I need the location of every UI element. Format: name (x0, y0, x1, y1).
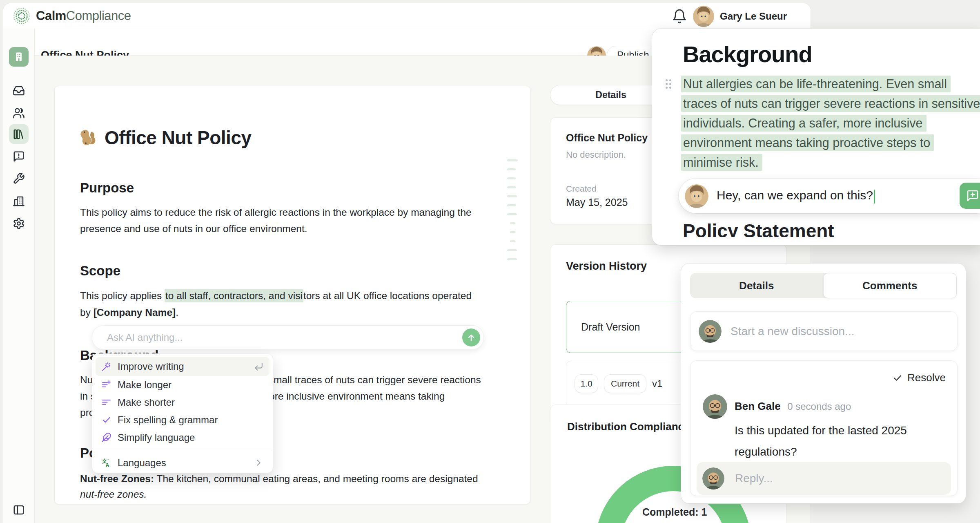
buildings-icon (13, 195, 25, 207)
new-discussion-placeholder: Start a new discussion... (731, 325, 854, 338)
scope-text: tors at all UK office locations operated (303, 290, 472, 301)
peanut-emoji (78, 128, 98, 148)
comment-author: Ben Gale (735, 400, 781, 412)
commenter-avatar (685, 184, 708, 208)
check-icon (101, 415, 111, 425)
ask-ai-input[interactable]: Ask AI anything... (92, 325, 484, 350)
wrench-icon (13, 172, 25, 185)
reply-avatar (702, 467, 724, 489)
menu-label: Improve writing (118, 361, 184, 372)
tab-details-label: Details (595, 89, 626, 101)
policy-line-1: Nut-free Zones: The kitchen, communal ea… (80, 473, 478, 485)
text-minus-icon (101, 397, 111, 407)
draft-version-label: Draft Version (581, 321, 640, 333)
current-badge: Current (604, 374, 646, 393)
scope-line-2: by [Company Name]. (80, 307, 178, 318)
user-avatar[interactable] (693, 6, 714, 27)
drag-handle-icon[interactable] (666, 79, 671, 89)
highlighted-line: environment means taking proactive steps… (681, 136, 934, 150)
highlighted-text: to all staff, contractors, and visi (165, 289, 303, 302)
purpose-line: presence and use of nuts in our office e… (80, 223, 307, 235)
comment-draft-bar[interactable]: Hey, can we expand on this? (679, 179, 980, 213)
details-description: No description. (566, 150, 626, 160)
menu-label: Make longer (118, 379, 172, 391)
reply-input[interactable]: Reply... (697, 462, 951, 495)
message-alert-icon (13, 150, 25, 163)
sidebar-item-people[interactable] (9, 103, 29, 123)
brand-logo: CalmCompliance (12, 7, 131, 25)
scope-text: by (80, 307, 94, 318)
purpose-heading: Purpose (80, 180, 134, 196)
check-icon (893, 373, 902, 383)
bell-icon[interactable] (672, 9, 687, 24)
sidebar-item-settings[interactable] (9, 214, 29, 233)
feather-icon (101, 432, 111, 443)
version-tag: v1 (652, 378, 662, 389)
policy-bold: Nut-free Zones: (80, 473, 154, 484)
arrow-up-icon (466, 333, 476, 342)
ask-ai-placeholder: Ask AI anything... (107, 332, 462, 343)
user-name: Gary Le Sueur (720, 11, 787, 22)
brand-spiral-icon (12, 7, 31, 25)
submit-comment-button[interactable] (960, 183, 980, 209)
highlighted-line: Nut allergies can be life-threatening. E… (681, 77, 951, 91)
tab-comments-active[interactable]: Comments (823, 273, 957, 298)
brand-name: CalmCompliance (36, 9, 131, 23)
text-caret (874, 190, 875, 203)
sidebar-item-orgs[interactable] (9, 191, 29, 211)
sidebar-collapse-button[interactable] (9, 500, 29, 520)
purpose-line: This policy aims to reduce the risk of a… (80, 207, 472, 218)
library-icon (13, 128, 25, 140)
comment-text-line: Is this updated for the lasted 2025 (735, 424, 907, 437)
scope-text: This policy applies (80, 290, 165, 301)
menu-item-make-shorter[interactable]: Make shorter (96, 393, 270, 411)
ai-menu: Improve writing Make longer Make shorter… (92, 353, 273, 473)
sidebar-item-library[interactable] (9, 124, 29, 144)
version-number-badge: 1.0 (575, 374, 598, 393)
scope-text: . (176, 307, 178, 318)
screenshot-stage: CalmCompliance Gary Le Sueur (0, 0, 980, 523)
document-title: Office Nut Policy (78, 127, 252, 149)
panel-left-icon (13, 504, 25, 516)
sidebar-item-issues[interactable] (9, 147, 29, 166)
clipped-policy-heading: Policy Statement (683, 220, 969, 237)
resolve-button[interactable]: Resolve (893, 371, 946, 384)
translate-icon: 文A (101, 458, 111, 468)
current-user-avatar (699, 320, 722, 343)
sidebar-item-tools[interactable] (9, 169, 29, 188)
building-icon (13, 51, 25, 63)
tab-details-inactive[interactable]: Details (690, 273, 823, 298)
menu-item-make-longer[interactable]: Make longer (96, 376, 270, 393)
panel-tabs: Details Comments (690, 273, 957, 298)
doc-minimap (507, 159, 518, 267)
new-discussion-input[interactable]: Start a new discussion... (690, 311, 958, 351)
menu-item-simplify-language[interactable]: Simplify language (96, 429, 270, 446)
version-history-title: Version History (566, 260, 647, 273)
reply-placeholder: Reply... (735, 472, 773, 485)
comment-meta: Ben Gale 0 seconds ago (735, 400, 851, 413)
chevron-right-icon (254, 458, 264, 468)
menu-label: Languages (118, 457, 166, 469)
policy-line-2: nut-free zones. (80, 489, 147, 500)
menu-item-fix-spelling[interactable]: Fix spelling & grammar (96, 411, 270, 429)
menu-item-improve-writing[interactable]: Improve writing (96, 357, 270, 376)
menu-divider (92, 450, 273, 450)
zoom-preview-panel: Background Nut allergies can be life-thr… (652, 29, 980, 245)
comment-text-line: regulations? (735, 445, 797, 458)
comment-draft-text[interactable]: Hey, can we expand on this? (717, 188, 875, 203)
org-avatar[interactable] (9, 47, 29, 67)
resolve-label: Resolve (907, 371, 946, 384)
ask-ai-send-button[interactable] (462, 329, 480, 346)
details-doc-title: Office Nut Policy (566, 132, 648, 144)
text-plus-icon (101, 380, 111, 390)
sidebar-item-inbox[interactable] (9, 81, 29, 101)
user-chip[interactable]: Gary Le Sueur (672, 6, 787, 27)
document-title-text: Office Nut Policy (105, 127, 252, 149)
left-sidebar (3, 28, 35, 523)
discussion-card: Resolve Ben Gale 0 seconds ago Is this u… (690, 360, 958, 496)
company-name-placeholder: [Company Name] (94, 307, 176, 318)
users-icon (13, 107, 25, 119)
message-plus-icon (966, 189, 979, 202)
menu-item-languages[interactable]: 文A Languages (96, 454, 270, 472)
zoom-panel-heading: Background (683, 41, 812, 67)
